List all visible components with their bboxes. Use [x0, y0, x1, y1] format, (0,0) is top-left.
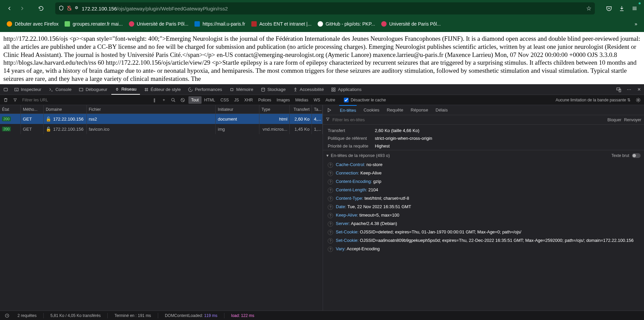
filter-xhr[interactable]: XHR	[242, 96, 255, 104]
filter-media[interactable]: Médias	[292, 96, 311, 104]
col-method[interactable]: Métho...	[21, 105, 44, 114]
bookmarks-bar: Débuter avec Firefox groupes.renater.fr …	[0, 17, 644, 31]
trash-icon[interactable]	[2, 96, 9, 104]
search-icon[interactable]	[170, 96, 177, 104]
svg-point-5	[261, 88, 264, 89]
tab-performance[interactable]: Performances	[185, 85, 225, 95]
help-icon[interactable]: ?	[328, 196, 333, 201]
responsive-mode-icon[interactable]	[615, 86, 622, 93]
filter-fonts[interactable]: Polices	[255, 96, 274, 104]
block-button[interactable]: Bloquer	[607, 118, 621, 122]
request-row[interactable]: 200 GET 🔓172.22.100.156 rss2 document ht…	[0, 114, 323, 124]
bookmark-item[interactable]: groupes.renater.fr mai...	[62, 19, 126, 29]
resend-icon[interactable]	[326, 106, 333, 114]
tab-storage[interactable]: Stockage	[257, 85, 289, 95]
help-icon[interactable]: ?	[328, 213, 333, 218]
summary-transfer-value: 2,60 Ko (taille 4,66 Ko)	[375, 128, 419, 133]
help-icon[interactable]: ?	[328, 162, 333, 168]
tab-cookies[interactable]: Cookies	[363, 105, 380, 115]
bookmark-item[interactable]: Débuter avec Firefox	[4, 19, 61, 29]
pocket-icon[interactable]	[604, 3, 614, 14]
filter-icon[interactable]	[11, 96, 19, 104]
settings-icon[interactable]	[635, 96, 642, 104]
help-icon[interactable]: ?	[328, 171, 333, 176]
summary-referrer-value: strict-origin-when-cross-origin	[375, 136, 432, 141]
bookmarks-overflow-icon[interactable]: »	[632, 20, 640, 28]
filter-css[interactable]: CSS	[218, 96, 231, 104]
back-button[interactable]	[4, 3, 15, 14]
devtools-close-icon[interactable]: ✕	[635, 86, 643, 93]
devtools-menu-icon[interactable]: ⋯	[625, 86, 633, 93]
svg-rect-4	[231, 88, 233, 91]
tab-console[interactable]: Console	[45, 85, 75, 95]
response-headers-section[interactable]: ▾ En-têtes de la réponse (493 o) Texte b…	[323, 150, 644, 161]
filter-ws[interactable]: WS	[311, 96, 323, 104]
bookmark-item[interactable]: https://mail.u-paris.fr	[192, 19, 248, 29]
response-header-row: ?Vary: Accept-Encoding	[323, 245, 644, 253]
tab-applications[interactable]: Applications	[328, 85, 365, 95]
col-domain[interactable]: Domaine	[44, 105, 87, 114]
col-status[interactable]: État	[0, 105, 21, 114]
tab-inspector[interactable]: Inspecteur	[11, 85, 45, 95]
col-transfer[interactable]: Transfert	[290, 105, 312, 114]
svg-rect-7	[332, 88, 333, 89]
resend-button[interactable]: Renvoyer	[624, 118, 641, 122]
help-icon[interactable]: ?	[328, 247, 333, 252]
lock-strikethrough-icon[interactable]	[67, 5, 72, 12]
tab-headers[interactable]: En-têtes	[339, 105, 357, 115]
filter-images[interactable]: Images	[274, 96, 292, 104]
filter-all[interactable]: Tout	[188, 96, 202, 104]
svg-rect-3	[79, 88, 83, 91]
add-icon[interactable]: +	[160, 96, 168, 104]
url-bar[interactable]: ⚙ 172.22.100.156/ojs/gateway/plugin/WebF…	[55, 2, 595, 14]
filter-js[interactable]: JS	[231, 96, 242, 104]
help-icon[interactable]: ?	[328, 188, 333, 193]
response-header-row: ?Content-Type: text/html; charset=utf-8	[323, 194, 644, 203]
downloads-icon[interactable]	[616, 3, 627, 14]
tab-memory[interactable]: Mémoire	[226, 85, 257, 95]
forward-button[interactable]	[17, 3, 28, 14]
svg-rect-8	[334, 88, 335, 89]
bookmark-item[interactable]: Accès ENT et intranet |...	[249, 19, 314, 29]
help-icon[interactable]: ?	[328, 204, 333, 210]
perf-analysis-icon[interactable]	[3, 312, 11, 319]
block-icon[interactable]	[179, 96, 186, 104]
col-type[interactable]: Type	[259, 105, 290, 114]
help-icon[interactable]: ?	[328, 221, 333, 227]
iframe-picker-icon[interactable]	[1, 85, 10, 95]
filter-html[interactable]: HTML	[202, 96, 218, 104]
tab-network[interactable]: Réseau	[111, 85, 140, 95]
bookmark-item[interactable]: GitHub - pkp/ots: PKP...	[315, 19, 378, 29]
tab-timing[interactable]: Délais	[435, 105, 449, 115]
tab-accessibility[interactable]: Accessibilité	[290, 85, 327, 95]
col-file[interactable]: Fichier	[87, 105, 216, 114]
help-icon[interactable]: ?	[328, 238, 333, 244]
response-header-row: ?Server: Apache/2.4.38 (Debian)	[323, 220, 644, 228]
tab-debugger[interactable]: Débogueur	[75, 85, 110, 95]
col-size[interactable]: Ta...	[312, 105, 323, 114]
bookmark-item[interactable]: Université de Paris Pôl...	[126, 19, 191, 29]
page-content: http://172.22.100.156/ojs <p><span style…	[0, 32, 644, 84]
help-icon[interactable]: ?	[328, 179, 333, 185]
col-initiator[interactable]: Initiateur	[216, 105, 259, 114]
network-toolbar: ‖ + Tout HTML CSS JS XHR Polices Images …	[0, 95, 644, 105]
bookmark-star-icon[interactable]: ☆	[586, 5, 592, 12]
raw-toggle[interactable]	[632, 153, 641, 158]
reload-button[interactable]	[36, 3, 46, 14]
bookmark-item[interactable]: Université de Paris Pôl...	[379, 19, 443, 29]
svg-point-6	[295, 88, 296, 88]
headers-filter-input[interactable]	[332, 118, 605, 122]
filter-other[interactable]: Autre	[323, 96, 338, 104]
request-row[interactable]: 200 GET 🔓172.22.100.156 favicon.ico img …	[0, 124, 323, 134]
shield-icon[interactable]	[59, 5, 64, 12]
help-icon[interactable]: ?	[328, 230, 333, 235]
disable-cache-checkbox[interactable]: Désactiver le cache	[344, 98, 386, 102]
menu-icon[interactable]	[629, 3, 640, 14]
tab-request[interactable]: Requête	[386, 105, 404, 115]
permissions-icon[interactable]: ⚙	[75, 5, 78, 12]
tab-response[interactable]: Réponse	[410, 105, 429, 115]
pause-icon[interactable]: ‖	[151, 96, 158, 104]
url-filter-input[interactable]	[21, 96, 149, 104]
tab-style-editor[interactable]: Éditeur de style	[141, 85, 184, 95]
throttle-select[interactable]: Aucune limitation de la bande passante ⇅	[556, 98, 631, 102]
